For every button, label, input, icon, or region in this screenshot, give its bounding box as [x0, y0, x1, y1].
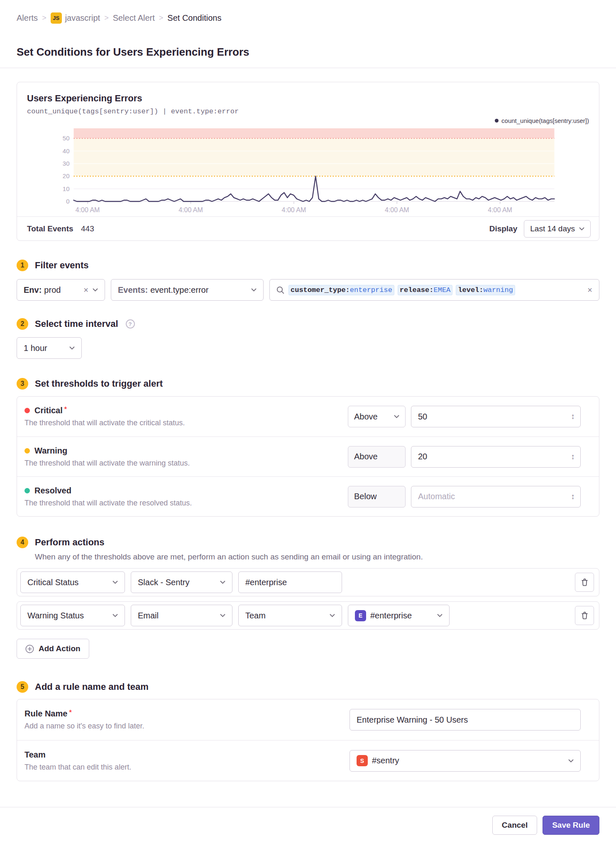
action-service-select[interactable]: Slack - Sentry — [131, 571, 232, 593]
action-service-value: Email — [138, 611, 159, 620]
time-interval-title: Select time interval — [35, 319, 118, 329]
team-label: Team — [24, 750, 46, 760]
rule-name-input[interactable] — [350, 709, 581, 731]
action-status-value: Critical Status — [27, 578, 78, 587]
action-service-select[interactable]: Email — [131, 605, 232, 626]
rule-team-value: #sentry — [372, 756, 399, 765]
rule-name-section-title: Add a rule name and team — [35, 682, 149, 692]
thresholds-card: Critical* The threshold that will activa… — [17, 396, 599, 517]
chevron-down-icon — [93, 288, 98, 292]
critical-condition-value: Above — [354, 412, 378, 422]
warning-label: Warning — [34, 446, 67, 456]
chevron-down-icon — [330, 614, 335, 617]
events-label: Events: — [118, 285, 148, 294]
filter-controls: Env:prod × Events:event.type:error custo… — [17, 279, 599, 301]
required-asterisk: * — [64, 406, 67, 413]
chevron-down-icon — [579, 227, 584, 230]
sentry-team-avatar: S — [357, 755, 368, 766]
cancel-button[interactable]: Cancel — [492, 816, 537, 835]
footer-actions: Cancel Save Rule — [17, 816, 599, 851]
delete-action-button[interactable] — [575, 606, 594, 625]
breadcrumb-select-alert[interactable]: Select Alert — [113, 13, 155, 23]
warning-threshold-input[interactable] — [411, 446, 581, 468]
token-key: customer_type: — [291, 286, 350, 294]
chevron-down-icon — [437, 614, 442, 617]
resolved-description: The threshold that will activate the res… — [24, 499, 348, 508]
javascript-project-icon: JS — [51, 12, 62, 24]
section-filter-events: 1 Filter events — [17, 260, 599, 271]
svg-text:30: 30 — [63, 160, 70, 167]
resolved-condition-value: Below — [354, 492, 376, 501]
header-divider — [0, 68, 616, 68]
environment-select[interactable]: Env:prod × — [17, 279, 105, 301]
warning-description: The threshold that will activate the war… — [24, 459, 348, 468]
plus-circle-icon — [25, 645, 34, 653]
breadcrumb-separator: > — [42, 14, 46, 22]
chevron-down-icon — [69, 346, 75, 350]
event-filter-search-input[interactable]: customer_type:enterprise release:EMEA le… — [269, 279, 599, 301]
critical-threshold-row: Critical* The threshold that will activa… — [17, 397, 599, 436]
display-period-select[interactable]: Last 14 days — [524, 220, 591, 238]
breadcrumb-project[interactable]: JS javascript — [51, 12, 100, 24]
save-rule-button[interactable]: Save Rule — [543, 816, 599, 835]
stepper-icon[interactable]: ↕ — [571, 492, 575, 501]
add-action-button[interactable]: Add Action — [17, 639, 89, 659]
display-period-value: Last 14 days — [530, 224, 575, 233]
warning-dot-icon — [24, 448, 30, 454]
breadcrumb-separator: > — [104, 14, 109, 22]
svg-text:4:00 AM: 4:00 AM — [178, 206, 203, 213]
stepper-icon[interactable]: ↕ — [571, 452, 575, 461]
action-row-critical: Critical Status Slack - Sentry — [17, 568, 599, 596]
svg-text:40: 40 — [63, 147, 70, 154]
chevron-down-icon — [568, 759, 574, 763]
stepper-icon[interactable]: ↕ — [571, 412, 575, 421]
search-token[interactable]: customer_type:enterprise — [288, 285, 394, 295]
breadcrumb-separator: > — [159, 14, 164, 22]
action-status-select[interactable]: Warning Status — [20, 605, 125, 626]
slack-channel-input[interactable] — [238, 571, 342, 593]
delete-action-button[interactable] — [575, 573, 594, 592]
warning-condition-select: Above — [348, 446, 406, 468]
token-value: warning — [484, 286, 513, 294]
resolved-threshold-input[interactable] — [411, 486, 581, 508]
critical-description: The threshold that will activate the cri… — [24, 419, 348, 427]
action-team-select[interactable]: E #enterprise — [348, 605, 450, 626]
resolved-dot-icon — [24, 488, 30, 493]
time-interval-select[interactable]: 1 hour — [17, 337, 82, 359]
critical-threshold-input[interactable] — [411, 406, 581, 427]
critical-condition-select[interactable]: Above — [348, 406, 406, 427]
step-4-badge: 4 — [17, 537, 28, 548]
chart-query: count_unique(tags[sentry:user]) | event.… — [27, 108, 589, 115]
filter-events-title: Filter events — [35, 260, 89, 271]
action-service-value: Slack - Sentry — [138, 578, 189, 587]
critical-label: Critical* — [34, 406, 67, 415]
search-token[interactable]: release:EMEA — [398, 285, 452, 295]
action-target-type-select[interactable]: Team — [238, 605, 342, 626]
breadcrumb-alerts[interactable]: Alerts — [17, 13, 38, 23]
step-5-badge: 5 — [17, 681, 28, 693]
resolved-threshold-row: Resolved The threshold that will activat… — [17, 476, 599, 516]
rule-name-label: Rule Name* — [24, 709, 72, 718]
clear-search-icon[interactable]: × — [587, 286, 592, 294]
chevron-down-icon — [112, 614, 118, 617]
team-description: The team that can edit this alert. — [24, 763, 350, 772]
legend-dot-icon — [495, 119, 499, 123]
rule-name-row: Rule Name* Add a name so it's easy to fi… — [17, 699, 599, 740]
warning-condition-value: Above — [354, 452, 378, 461]
total-events-value: 443 — [81, 224, 94, 233]
action-status-select[interactable]: Critical Status — [20, 571, 125, 593]
action-team-value: #enterprise — [370, 611, 412, 620]
resolved-label: Resolved — [34, 486, 71, 495]
perform-actions-description: When any of the thresholds above are met… — [35, 552, 599, 562]
event-types-select[interactable]: Events:event.type:error — [111, 279, 264, 301]
chevron-down-icon — [220, 614, 225, 617]
help-icon[interactable]: ? — [126, 319, 135, 329]
section-thresholds: 3 Set thresholds to trigger alert — [17, 378, 599, 390]
search-token[interactable]: level:warning — [456, 285, 515, 295]
clear-env-icon[interactable]: × — [83, 286, 88, 294]
breadcrumb: Alerts > JS javascript > Select Alert > … — [17, 0, 599, 24]
search-icon — [276, 286, 284, 294]
rule-team-select[interactable]: S #sentry — [350, 750, 581, 772]
step-1-badge: 1 — [17, 260, 28, 271]
section-rule-name: 5 Add a rule name and team — [17, 681, 599, 693]
